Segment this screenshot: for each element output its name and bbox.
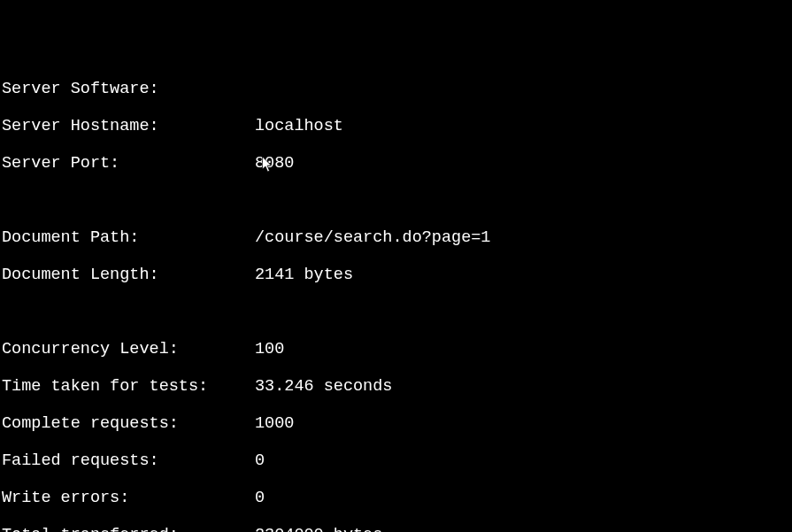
total-transferred-label: Total transferred: — [2, 526, 255, 532]
complete-value: 1000 — [255, 414, 294, 433]
document-length-label: Document Length: — [2, 266, 255, 284]
document-path-value: /course/search.do?page=1 — [255, 228, 490, 247]
server-port-value: 8080 — [255, 154, 294, 173]
concurrency-label: Concurrency Level: — [2, 340, 255, 359]
document-length-value: 2141 bytes — [255, 266, 353, 284]
complete-line: Complete requests:1000 — [2, 414, 792, 433]
write-errors-label: Write errors: — [2, 489, 255, 507]
time-taken-label: Time taken for tests: — [2, 377, 255, 396]
server-port-line: Server Port:8080 — [2, 154, 792, 173]
failed-label: Failed requests: — [2, 451, 255, 470]
server-hostname-label: Server Hostname: — [2, 117, 255, 135]
document-length-line: Document Length:2141 bytes — [2, 266, 792, 284]
server-software-line: Server Software: — [2, 80, 792, 98]
concurrency-value: 100 — [255, 340, 284, 359]
write-errors-line: Write errors:0 — [2, 489, 792, 507]
server-port-label: Server Port: — [2, 154, 255, 173]
document-path-line: Document Path:/course/search.do?page=1 — [2, 228, 792, 247]
blank-2 — [2, 303, 792, 321]
failed-line: Failed requests:0 — [2, 451, 792, 470]
time-taken-value: 33.246 seconds — [255, 377, 392, 396]
total-transferred-value: 2304000 bytes — [255, 526, 382, 532]
concurrency-line: Concurrency Level:100 — [2, 340, 792, 359]
blank-1 — [2, 191, 792, 210]
write-errors-value: 0 — [255, 489, 265, 507]
failed-value: 0 — [255, 451, 265, 470]
server-hostname-line: Server Hostname:localhost — [2, 117, 792, 135]
document-path-label: Document Path: — [2, 228, 255, 247]
server-software-label: Server Software: — [2, 80, 255, 98]
total-transferred-line: Total transferred:2304000 bytes — [2, 526, 792, 532]
time-taken-line: Time taken for tests:33.246 seconds — [2, 377, 792, 396]
complete-label: Complete requests: — [2, 414, 255, 433]
server-hostname-value: localhost — [255, 117, 343, 135]
